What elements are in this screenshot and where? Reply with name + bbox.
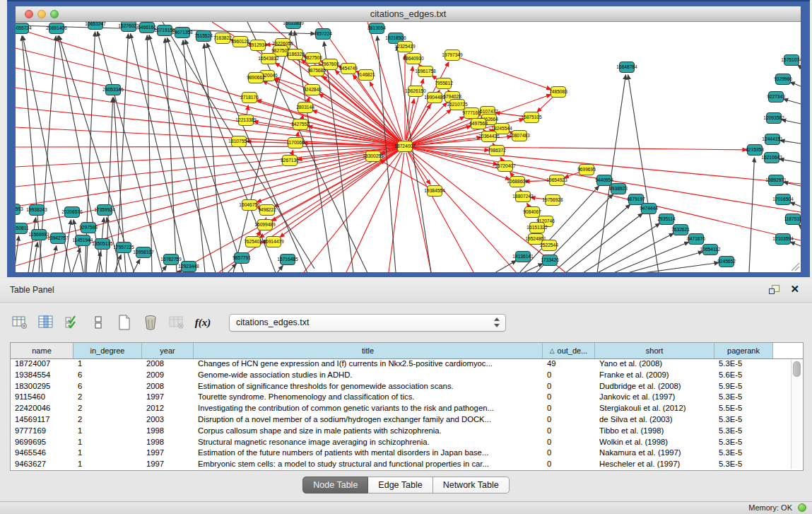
graph-node[interactable]: 15276022 [118,22,139,32]
table-cell[interactable]: 5.9E-5 [714,381,773,392]
table-cell[interactable]: 2012 [142,403,194,414]
table-cell[interactable]: 1998 [142,437,194,448]
graph-node[interactable]: 15875105 [521,112,542,123]
table-cell[interactable]: 2003 [142,414,194,426]
delete-trash-icon[interactable] [141,313,160,332]
graph-node[interactable]: 16543812 [258,54,279,64]
table-row[interactable]: 946362711997Embryonic stem cells: a mode… [11,459,803,470]
graph-node[interactable]: 9329966 [774,74,792,85]
graph-node[interactable]: 19384554 [424,186,445,197]
graph-node[interactable]: 8454749 [339,64,358,74]
column-header-in_degree[interactable]: in_degree [73,343,142,358]
graph-node[interactable]: 16151322 [526,223,548,233]
table-cell[interactable]: Changes of HCN gene expression and I(f) … [194,358,543,370]
column-header-year[interactable]: year [142,343,194,358]
select-columns-icon[interactable] [62,313,82,332]
graph-node[interactable]: 14136141 [512,252,534,262]
graph-edge[interactable] [406,153,431,272]
table-settings-icon[interactable] [10,313,30,332]
table-cell[interactable]: 2008 [142,358,194,370]
graph-edge[interactable] [795,267,799,271]
graph-node[interactable]: 9890662 [247,73,265,83]
graph-edge[interactable] [16,236,19,272]
graph-edge[interactable] [510,173,514,177]
graph-node[interactable]: 9242848 [303,85,322,95]
table-row[interactable]: 969969511998Structural magnetic resonanc… [11,437,803,448]
graph-node[interactable]: 17359924 [94,205,115,216]
graph-edge[interactable] [16,147,399,187]
graph-node[interactable]: 20364436 [478,132,500,142]
graph-edge[interactable] [527,203,529,206]
table-row[interactable]: 1830029562008Estimation of significance … [11,381,803,392]
table-cell[interactable]: 5.3E-5 [714,392,773,403]
graph-node[interactable]: 18107554 [228,136,249,147]
node-table[interactable]: namein_degreeyeartitle△out_de...shortpag… [10,342,804,471]
graph-node[interactable]: 9297588 [79,223,98,233]
graph-node[interactable]: 7632621 [671,225,690,235]
column-header-pagerank[interactable]: pagerank [714,343,773,358]
tab-node-table[interactable]: Node Table [302,477,368,493]
graph-edge[interactable] [500,158,502,160]
graph-node[interactable]: 12444151 [762,134,783,145]
graph-node[interactable]: 10807483 [509,131,530,141]
table-cell[interactable]: Stergiakouli et al. (2012) [595,403,714,414]
table-cell[interactable]: de Silva et al. (2003) [595,414,714,426]
table-cell[interactable]: Wolkin et al. (1998) [595,437,714,448]
graph-node[interactable]: 9827508 [304,53,322,64]
scrollbar-thumb[interactable] [793,361,801,377]
table-cell[interactable]: 0 [543,437,595,448]
graph-node[interactable]: 16033809 [283,22,304,29]
graph-node[interactable]: 16961758 [415,66,436,77]
table-cell[interactable]: Estimation of the future numbers of pati… [194,448,543,459]
graph-node[interactable]: 9245652 [717,257,736,267]
graph-node[interactable]: 19756928 [542,195,563,206]
graph-node[interactable]: 9777169 [462,108,481,119]
graph-node[interactable]: 1733426 [541,255,559,266]
table-cell[interactable]: 14569117 [11,414,73,426]
column-header-title[interactable]: title [194,343,543,358]
graph-node[interactable]: 28053346 [102,85,124,95]
graph-edge[interactable] [133,259,140,272]
graph-edge[interactable] [628,252,702,272]
graph-node[interactable]: 15716485 [277,255,298,265]
table-cell[interactable]: Jankovic et al. (1997) [595,392,714,403]
graph-node[interactable]: 17016504 [772,194,794,205]
table-row[interactable]: 2242004622012Investigating the contribut… [11,403,803,414]
table-row[interactable]: 977716911998Corpus callosum shape and si… [11,426,803,437]
table-cell[interactable]: 1 [73,426,142,437]
table-cell[interactable]: 1 [73,448,142,459]
table-cell[interactable]: 2009 [142,370,194,381]
table-cell[interactable]: 0 [543,370,595,381]
graph-node[interactable]: 12103594 [772,234,794,245]
graph-node[interactable]: 1170066 [286,138,305,148]
table-cell[interactable]: Hescheler et al. (1997) [595,459,714,470]
graph-edge[interactable] [784,99,801,104]
graph-node[interactable]: 10654112 [700,245,721,255]
graph-node[interactable]: 7857224 [314,29,332,40]
graph-node[interactable]: 1350811 [16,223,29,234]
graph-node[interactable]: 17957225 [113,243,134,253]
graph-node[interactable]: 7986372 [488,146,506,156]
graph-edge[interactable] [628,75,659,272]
graph-node[interactable]: 8215358 [746,145,764,156]
graph-edge[interactable] [161,266,166,272]
table-cell[interactable]: 0 [543,381,595,392]
table-cell[interactable]: Dudbridge et al. (2008) [595,381,714,392]
graph-node[interactable]: 12923448 [178,262,199,272]
table-cell[interactable]: 0 [543,448,595,459]
graph-node[interactable]: 7515524 [194,31,213,42]
graph-node[interactable]: 9084067 [523,207,541,218]
column-header-name[interactable]: name [11,343,73,358]
graph-node[interactable]: 9498222 [258,205,276,216]
column-header-short[interactable]: short [595,343,714,358]
graph-node[interactable]: 7163822 [213,33,232,44]
network-window-titlebar[interactable]: citations_edges.txt [16,6,801,22]
graph-node[interactable]: 16210643 [761,153,782,163]
graph-node[interactable]: 8938923 [609,184,628,194]
graph-node[interactable]: 14671358 [172,28,193,38]
table-cell[interactable]: 5.3E-5 [714,437,773,448]
graph-node[interactable]: 16914479 [263,237,284,247]
table-cell[interactable]: 49 [543,358,595,370]
close-panel-icon[interactable]: ✕ [790,284,799,295]
row-height-icon[interactable] [88,313,108,332]
